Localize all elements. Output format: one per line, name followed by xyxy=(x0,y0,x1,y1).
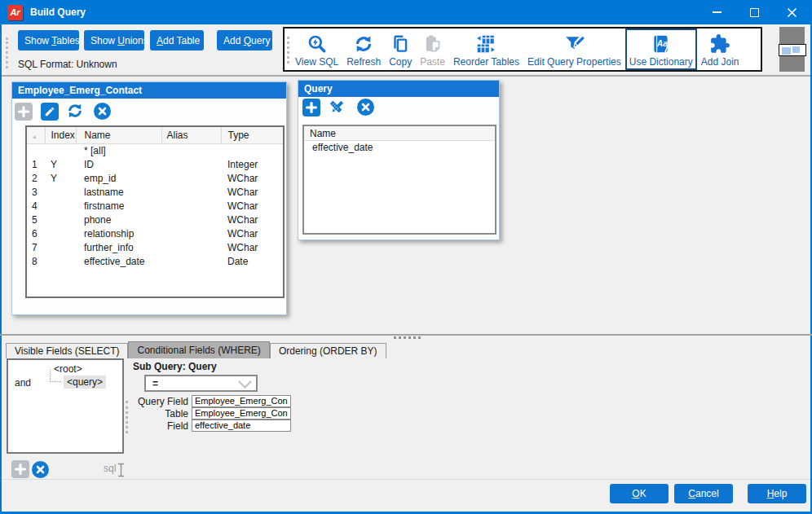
table-row[interactable]: 3lastnameWChar xyxy=(27,185,283,199)
use-dictionary-button[interactable]: Aa Use Dictionary xyxy=(625,29,697,70)
refresh-icon xyxy=(66,101,84,121)
table-cell: 4 xyxy=(27,199,45,213)
x-icon xyxy=(94,103,111,120)
vertical-splitter[interactable] xyxy=(126,401,128,433)
toolbar-grip[interactable] xyxy=(6,37,8,68)
table-cell xyxy=(161,185,221,199)
table-row[interactable]: 4firstnameWChar xyxy=(27,199,283,213)
build-query-dialog: Ar Build Query Show Tables Show Unions A… xyxy=(0,0,812,514)
table-row[interactable]: 6relationshipWChar xyxy=(27,226,283,240)
paste-icon xyxy=(422,33,444,55)
table-cell xyxy=(161,226,221,240)
query-list-header[interactable]: Name xyxy=(304,126,495,141)
field-input[interactable] xyxy=(192,420,291,432)
edit-query-properties-button[interactable]: Edit Query Properties xyxy=(523,29,625,70)
ok-button[interactable]: OK xyxy=(610,484,669,503)
table-row[interactable]: 7further_infoWChar xyxy=(27,240,283,254)
add-query-button[interactable]: Add Query xyxy=(217,30,272,51)
query-panel-title[interactable]: Query xyxy=(298,81,499,97)
condition-fields-form: Query Field Table Field xyxy=(133,395,291,432)
refresh-icon xyxy=(353,33,374,55)
add-join-button[interactable]: Add Join xyxy=(697,29,744,70)
minimize-button[interactable] xyxy=(698,0,735,24)
column-header-index[interactable]: Index xyxy=(45,127,76,143)
x-icon xyxy=(32,461,49,478)
operator-select[interactable]: = xyxy=(144,375,258,392)
table-cell xyxy=(161,213,221,226)
app-logo-icon: Ar xyxy=(7,5,23,20)
titlebar[interactable]: Ar Build Query xyxy=(0,0,812,24)
column-header-alias[interactable]: Alias xyxy=(161,127,221,143)
table-row[interactable]: 2Yemp_idWChar xyxy=(27,171,283,185)
design-query-button[interactable] xyxy=(328,99,346,116)
add-table-button[interactable]: Add Table xyxy=(150,30,204,51)
table-cell xyxy=(45,240,76,254)
chevron-down-icon xyxy=(238,380,252,389)
tree-branch-line xyxy=(50,370,61,382)
sort-asc-icon: ▲ xyxy=(32,134,38,139)
sort-column-header[interactable]: ▲ xyxy=(27,127,45,143)
table-row[interactable]: 8effective_dateDate xyxy=(27,254,283,268)
table-cell xyxy=(161,199,221,213)
remove-condition-button[interactable] xyxy=(32,461,49,478)
employee-panel-title[interactable]: Employee_Emerg_Contact xyxy=(12,82,286,99)
bottom-tabs: Visible Fields (SELECT) Conditional Fiel… xyxy=(6,341,386,358)
show-unions-button[interactable]: Show Unions xyxy=(84,30,144,51)
reorder-tables-icon xyxy=(475,33,496,55)
tab-ordering[interactable]: Ordering (ORDER BY) xyxy=(270,343,386,358)
show-tables-button[interactable]: Show Tables xyxy=(18,30,79,51)
tree-operator-label: and xyxy=(15,377,31,389)
splitter-handle[interactable] xyxy=(394,336,421,339)
table-cell: lastname xyxy=(76,185,161,199)
table-input[interactable] xyxy=(192,407,291,420)
table-cell: effective_date xyxy=(76,254,161,268)
edit-table-button[interactable] xyxy=(41,103,59,121)
condition-tree: <root> and <query> xyxy=(7,358,124,454)
employee-table-body: * [all]1YIDInteger2Yemp_idWChar3lastname… xyxy=(27,143,283,268)
view-sql-button[interactable]: View SQL xyxy=(291,29,342,70)
table-row[interactable]: * [all] xyxy=(27,143,283,157)
table-cell: WChar xyxy=(221,199,283,213)
help-button[interactable]: Help xyxy=(748,484,806,503)
table-cell: Y xyxy=(45,171,76,185)
copy-icon xyxy=(390,33,411,55)
close-button[interactable] xyxy=(773,0,810,24)
horizontal-splitter[interactable] xyxy=(0,334,812,336)
employee-table-panel: Employee_Emerg_Contact ▲ Index xyxy=(11,81,287,315)
query-field-input[interactable] xyxy=(192,395,291,407)
table-cell xyxy=(45,143,76,157)
table-cell xyxy=(45,254,76,268)
table-row[interactable]: 5phoneWChar xyxy=(27,213,283,226)
table-cell xyxy=(45,213,76,226)
icon-toolbar-grip[interactable] xyxy=(287,37,289,64)
add-condition-button-disabled xyxy=(11,460,29,478)
query-list-body: effective_date xyxy=(304,141,495,155)
reorder-tables-button[interactable]: Reorder Tables xyxy=(449,29,523,70)
table-cell: 1 xyxy=(27,157,45,171)
table-cell: WChar xyxy=(221,185,283,199)
query-fields-list: Name effective_date xyxy=(302,125,496,235)
remove-query-button[interactable] xyxy=(357,99,374,116)
minimap-pane-left xyxy=(782,47,791,55)
table-cell: further_info xyxy=(76,240,161,254)
column-header-type[interactable]: Type xyxy=(221,127,283,143)
cancel-button[interactable]: Cancel xyxy=(674,484,733,503)
tab-visible-fields[interactable]: Visible Fields (SELECT) xyxy=(6,343,128,358)
icon-toolbar: View SQL Refresh Copy xyxy=(283,27,762,72)
table-cell: WChar xyxy=(221,171,283,185)
remove-table-button[interactable] xyxy=(94,103,111,120)
refresh-button[interactable]: Refresh xyxy=(342,29,385,70)
add-query-field-button[interactable] xyxy=(302,99,320,116)
layout-minimap[interactable] xyxy=(779,44,806,56)
copy-button[interactable]: Copy xyxy=(385,29,416,70)
table-cell: 6 xyxy=(27,226,45,240)
tree-query-node[interactable]: <query> xyxy=(64,376,106,389)
refresh-table-button[interactable] xyxy=(66,102,84,120)
column-header-name[interactable]: Name xyxy=(76,127,161,143)
table-cell: Integer xyxy=(221,157,283,171)
query-list-item[interactable]: effective_date xyxy=(304,141,495,155)
footer-divider xyxy=(2,479,810,480)
tab-conditional-fields[interactable]: Conditional Fields (WHERE) xyxy=(128,341,269,358)
maximize-button[interactable] xyxy=(735,0,773,24)
table-row[interactable]: 1YIDInteger xyxy=(27,157,283,171)
